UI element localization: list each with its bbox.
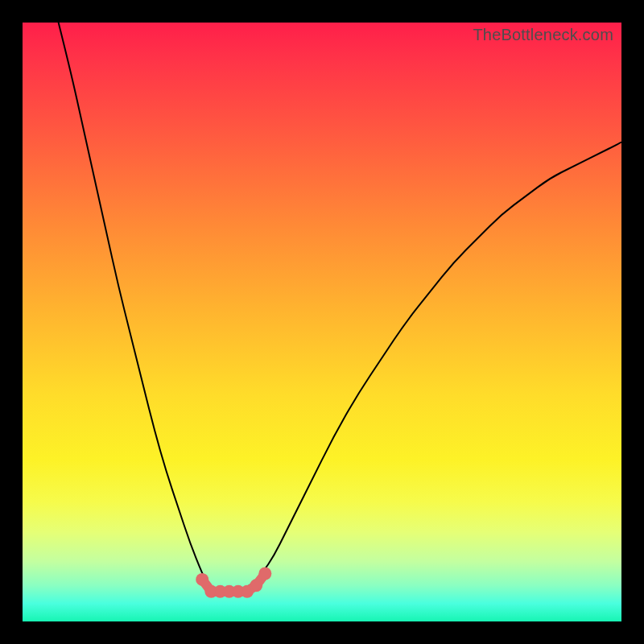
chart-svg bbox=[23, 23, 621, 621]
chart-area: TheBottleneck.com bbox=[23, 23, 621, 621]
bottom-marker-dot bbox=[258, 567, 271, 580]
curve-right-branch bbox=[226, 142, 621, 592]
bottom-markers-group bbox=[196, 567, 271, 597]
curve-left-branch bbox=[59, 23, 226, 592]
